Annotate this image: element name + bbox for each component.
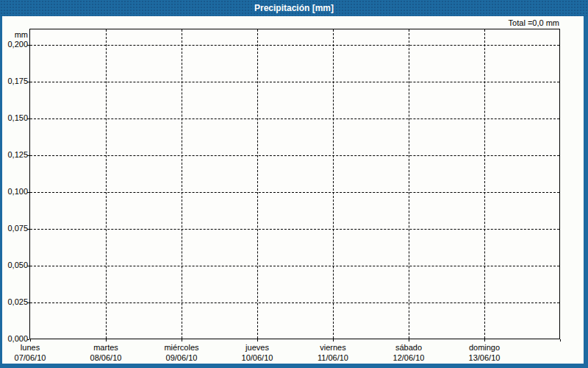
x-tick-date-label: 10/06/10 [220,353,295,363]
gridline-vertical [333,29,334,339]
y-axis-tick [27,82,29,82]
gridline-horizontal [30,82,559,82]
x-tick-day-label: martes [68,343,143,353]
gridline-horizontal [30,118,559,119]
gridline-horizontal [30,155,559,156]
x-tick-day-label: sábado [371,343,446,353]
y-tick-label: 0,150 [2,113,28,123]
title-bar: Precipitación [mm] [0,0,588,16]
y-tick-label: 0,125 [2,150,28,160]
y-axis-tick [27,266,29,266]
x-tick-date-label: 13/06/10 [447,353,522,363]
x-tick-date-label: 07/06/10 [2,353,68,363]
x-tick-day-label: viernes [295,343,370,353]
gridline-vertical [182,29,182,339]
x-tick-date-label: 08/06/10 [68,353,143,363]
y-tick-label: 0,200 [2,40,28,49]
x-tick-day-label: domingo [447,343,522,353]
gridline-horizontal [30,302,559,303]
total-label: Total =0,0 mm [509,18,559,27]
x-axis-tick [484,339,485,342]
plot-area [29,29,560,339]
x-tick-day-label: jueves [220,343,295,353]
x-axis-tick [106,339,107,342]
gridline-vertical [484,29,485,339]
x-axis-tick [560,339,561,342]
y-axis-tick [27,302,29,303]
chart-content: Total =0,0 mm mm 0,2000,1750,1500,1250,1… [2,16,584,364]
y-tick-label: 0,025 [2,297,28,307]
y-tick-label: 0,175 [2,77,28,86]
y-tick-label: 0,100 [2,187,28,197]
x-tick-date-label: 09/06/10 [144,353,219,363]
x-axis-tick [333,339,334,342]
y-tick-label: 0,075 [2,224,28,233]
y-axis-tick [27,118,29,119]
gridline-horizontal [30,45,559,46]
y-tick-label: 0,050 [2,261,28,270]
y-axis-tick [27,339,29,340]
gridline-vertical [257,29,258,339]
x-tick-day-label: lunes [2,343,68,353]
y-axis-tick [27,155,29,156]
x-axis-tick [182,339,182,342]
x-tick-day-label: miércoles [144,343,219,353]
x-tick-date-label: 12/06/10 [371,353,446,363]
gridline-horizontal [30,192,559,193]
x-axis-tick [257,339,258,342]
y-axis-tick [27,45,29,46]
gridline-vertical [409,29,409,339]
x-axis-tick [30,339,31,342]
y-axis-tick [27,192,29,193]
x-tick-date-label: 11/06/10 [295,353,370,363]
chart-title: Precipitación [mm] [254,3,334,13]
x-axis-tick [409,339,409,342]
gridline-vertical [106,29,107,339]
y-axis-unit-label: mm [2,30,28,39]
gridline-horizontal [30,266,559,266]
gridline-horizontal [30,229,559,230]
chart-window: Precipitación [mm] Total =0,0 mm mm 0,20… [0,0,588,368]
y-axis-tick [27,229,29,230]
